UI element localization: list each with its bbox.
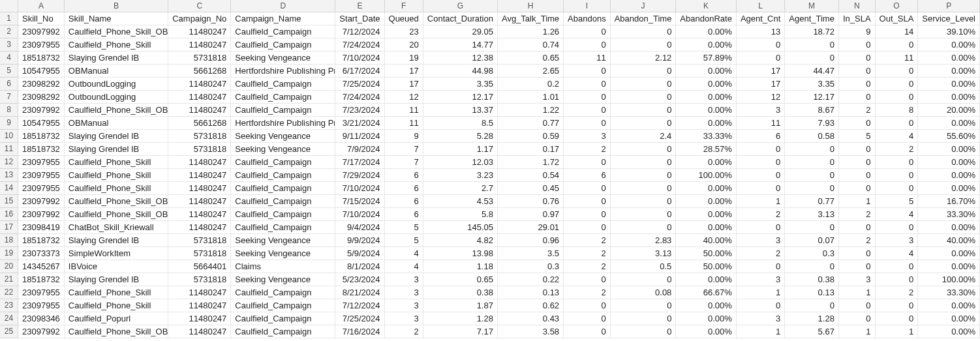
row-header-6[interactable]: 6 xyxy=(0,78,18,91)
cell[interactable]: 3 xyxy=(737,273,785,286)
cell[interactable]: 0 xyxy=(611,325,677,338)
cell[interactable]: 3 xyxy=(385,312,423,325)
row-header-20[interactable]: 20 xyxy=(0,260,18,273)
cell[interactable]: 3.23 xyxy=(423,169,498,182)
cell[interactable]: 7/16/2024 xyxy=(335,325,384,338)
cell[interactable]: 0.22 xyxy=(498,273,564,286)
cell[interactable]: 0 xyxy=(839,221,876,234)
cell[interactable]: 0.13 xyxy=(785,286,839,299)
cell[interactable]: Caulfield_Phone_Skill_OB xyxy=(65,104,168,117)
cell[interactable]: 44.47 xyxy=(785,65,839,78)
row-header-19[interactable]: 19 xyxy=(0,247,18,260)
cell[interactable]: 0.00% xyxy=(918,156,980,169)
cell[interactable]: 0.00% xyxy=(676,182,737,195)
cell[interactable]: 23097992 xyxy=(18,104,65,117)
cell[interactable]: 1 xyxy=(839,325,876,338)
cell[interactable]: 0 xyxy=(839,312,876,325)
cell[interactable]: 0.08 xyxy=(611,286,677,299)
cell[interactable]: 0 xyxy=(611,195,677,208)
cell[interactable]: Caulfield_Phone_Skill xyxy=(65,182,168,195)
cell[interactable]: Caulfield_Phone_Skill xyxy=(65,169,168,182)
cell[interactable]: 0 xyxy=(839,117,876,130)
row-header-5[interactable]: 5 xyxy=(0,65,18,78)
cell[interactable]: 14345267 xyxy=(18,260,65,273)
cell[interactable]: 23073373 xyxy=(18,247,65,260)
cell[interactable]: 0 xyxy=(564,208,611,221)
cell[interactable]: 6/17/2024 xyxy=(335,65,384,78)
cell[interactable]: 2 xyxy=(564,143,611,156)
cell[interactable]: 0 xyxy=(611,143,677,156)
cell[interactable]: 23097992 xyxy=(18,195,65,208)
cell[interactable]: 4 xyxy=(876,208,919,221)
cell[interactable]: 0 xyxy=(876,78,919,91)
cell[interactable]: 0 xyxy=(611,312,677,325)
col-header-N[interactable]: N xyxy=(839,0,876,12)
cell[interactable]: 2 xyxy=(564,247,611,260)
cell[interactable]: 6 xyxy=(385,169,423,182)
cell[interactable]: 0.00% xyxy=(918,78,980,91)
cell[interactable]: 3 xyxy=(385,273,423,286)
cell[interactable]: 0 xyxy=(737,143,785,156)
cell[interactable]: 0.77 xyxy=(785,195,839,208)
cell[interactable]: 1 xyxy=(876,325,919,338)
cell[interactable]: 40.00% xyxy=(918,234,980,247)
cell[interactable]: 0.00% xyxy=(918,52,980,65)
cell[interactable]: 11480247 xyxy=(168,169,231,182)
cell[interactable]: 0 xyxy=(876,260,919,273)
cell[interactable]: 145.05 xyxy=(423,221,498,234)
cell[interactable]: 2 xyxy=(839,234,876,247)
cell[interactable]: 0 xyxy=(564,78,611,91)
cell[interactable]: 0.00% xyxy=(676,65,737,78)
cell[interactable]: 2.65 xyxy=(498,65,564,78)
cell[interactable]: 0.00% xyxy=(676,38,737,52)
cell[interactable]: 0.00% xyxy=(676,325,737,338)
cell[interactable]: 0 xyxy=(785,156,839,169)
col-header-E[interactable]: E xyxy=(335,0,384,12)
cell[interactable]: 28.57% xyxy=(676,143,737,156)
cell[interactable]: 11 xyxy=(385,104,423,117)
cell[interactable]: 0.54 xyxy=(498,169,564,182)
cell[interactable]: 23097992 xyxy=(18,25,65,38)
cell[interactable]: 1.72 xyxy=(498,156,564,169)
cell[interactable]: 0 xyxy=(785,38,839,52)
cell[interactable]: 0 xyxy=(611,208,677,221)
cell[interactable]: 6 xyxy=(564,169,611,182)
cell[interactable]: 0.96 xyxy=(498,234,564,247)
cell[interactable]: 0 xyxy=(785,169,839,182)
cell[interactable]: 0.76 xyxy=(498,195,564,208)
cell[interactable]: 0 xyxy=(611,65,677,78)
cell[interactable]: 1.18 xyxy=(423,260,498,273)
col-header-O[interactable]: O xyxy=(876,0,919,12)
cell[interactable]: 7/15/2024 xyxy=(335,195,384,208)
cell[interactable]: 0 xyxy=(839,91,876,104)
cell[interactable]: 2 xyxy=(839,208,876,221)
cell[interactable]: 0 xyxy=(785,299,839,312)
cell[interactable]: 0 xyxy=(839,143,876,156)
cell[interactable]: 1.26 xyxy=(498,25,564,38)
cell[interactable]: Caulfield_Campaign xyxy=(231,182,335,195)
row-header-18[interactable]: 18 xyxy=(0,234,18,247)
cell[interactable]: OutboundLogging xyxy=(65,91,168,104)
cell[interactable]: 6 xyxy=(385,195,423,208)
cell[interactable]: OutboundLogging xyxy=(65,78,168,91)
cell[interactable]: 18.72 xyxy=(785,25,839,38)
cell[interactable]: 12.17 xyxy=(423,91,498,104)
cell[interactable]: 7 xyxy=(385,156,423,169)
cell[interactable]: 3.35 xyxy=(785,78,839,91)
cell[interactable]: 0 xyxy=(611,91,677,104)
cell[interactable]: 0.13 xyxy=(498,286,564,299)
cell[interactable]: Caulfield_Campaign xyxy=(231,169,335,182)
cell[interactable]: 50.00% xyxy=(676,260,737,273)
cell[interactable]: 3.58 xyxy=(498,325,564,338)
cell[interactable]: 0 xyxy=(611,221,677,234)
cell[interactable]: 0.62 xyxy=(498,299,564,312)
cell[interactable]: 0.74 xyxy=(498,38,564,52)
cell[interactable]: 2.7 xyxy=(423,182,498,195)
cell[interactable]: Caulfield_Campaign xyxy=(231,195,335,208)
cell[interactable]: 0.00% xyxy=(918,260,980,273)
col-header-G[interactable]: G xyxy=(423,0,498,12)
cell[interactable]: 0 xyxy=(611,117,677,130)
cell[interactable]: Caulfield_Phone_Skill xyxy=(65,299,168,312)
cell[interactable]: 0.00% xyxy=(676,25,737,38)
cell[interactable]: 0 xyxy=(839,247,876,260)
